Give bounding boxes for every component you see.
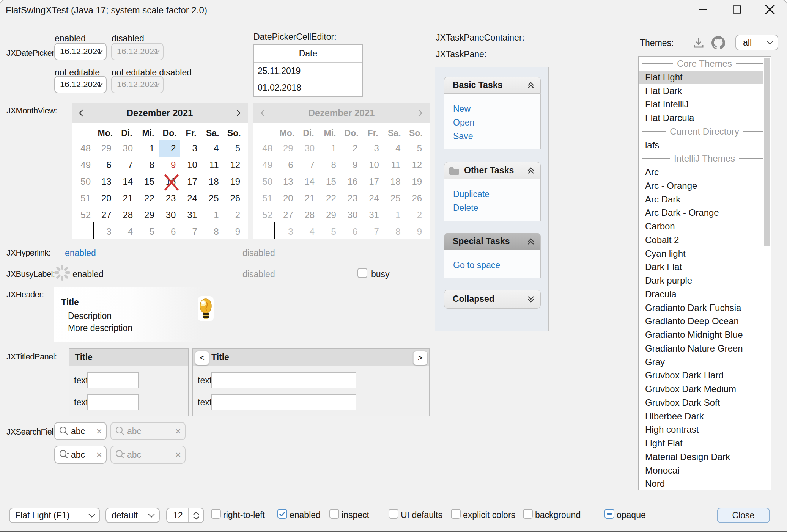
close-window-button[interactable] [757, 0, 782, 18]
collapse-chevron-icon[interactable] [527, 82, 535, 89]
checkbox-right-to-left[interactable] [211, 509, 221, 519]
day-cell[interactable]: 22 [137, 190, 159, 207]
checkbox-background[interactable] [523, 509, 533, 519]
day-cell[interactable]: 4 [202, 140, 224, 157]
day-cell[interactable]: 22 [319, 190, 341, 207]
theme-list-item[interactable]: Flat IntelliJ [639, 97, 771, 111]
day-cell[interactable]: 31 [362, 207, 384, 223]
close-dialog-button[interactable]: Close [717, 508, 770, 523]
day-cell[interactable]: 29 [276, 140, 298, 157]
theme-list-item[interactable]: Gruvbox Dark Soft [639, 396, 771, 410]
datepicker-enabled[interactable]: 16.12.2021 [54, 43, 107, 60]
taskpane-link[interactable]: New [453, 103, 540, 116]
day-cell[interactable]: 14 [298, 173, 320, 190]
searchfield-enabled[interactable]: abc × [54, 422, 107, 440]
day-cell[interactable]: 26 [405, 190, 427, 207]
day-cell[interactable]: 30 [341, 207, 362, 223]
collapse-chevron-icon[interactable] [527, 295, 535, 303]
github-icon[interactable] [711, 36, 725, 50]
day-cell[interactable]: 13 [94, 173, 116, 190]
checkbox-opaque[interactable] [604, 509, 614, 519]
day-cell[interactable]: 5 [405, 140, 427, 157]
day-cell[interactable]: 2 [224, 207, 245, 223]
day-cell[interactable]: 11 [202, 157, 224, 173]
theme-list-item[interactable]: Nord [639, 477, 771, 490]
titledpanel-left-button[interactable]: < [195, 351, 209, 365]
day-cell[interactable]: 25 [384, 190, 405, 207]
theme-list-item[interactable]: Carbon [639, 220, 771, 233]
day-cell[interactable]: 24 [180, 190, 202, 207]
day-cell[interactable]: 31 [180, 207, 202, 223]
taskpane-link[interactable]: Open [453, 116, 540, 130]
day-cell[interactable]: 4 [116, 223, 138, 240]
theme-list-item[interactable]: Gradianto Dark Fuchsia [639, 301, 771, 315]
day-cell[interactable]: 17 [180, 173, 202, 190]
hyperlink-enabled[interactable]: enabled [65, 248, 96, 258]
theme-list-item[interactable]: Dark purple [639, 274, 771, 287]
table-row[interactable]: 25.11.2019 [254, 63, 362, 79]
day-cell[interactable]: 9 [405, 223, 427, 240]
theme-list-item[interactable]: Gradianto Deep Ocean [639, 314, 771, 328]
day-cell[interactable]: 7 [116, 157, 138, 173]
day-cell[interactable]: 1 [137, 140, 159, 157]
searchfield-menu-enabled[interactable]: abc × [54, 446, 107, 464]
taskpane-link[interactable]: Save [453, 130, 540, 144]
day-cell[interactable]: 17 [362, 173, 384, 190]
taskpane-group-header[interactable]: Collapsed [444, 290, 541, 309]
theme-list-item[interactable]: lafs [639, 138, 771, 152]
checkbox-enabled[interactable] [277, 509, 287, 519]
day-cell[interactable]: 29 [94, 140, 116, 157]
day-cell[interactable]: 9 [341, 157, 362, 173]
theme-list-item[interactable]: High contrast [639, 423, 771, 436]
day-cell[interactable]: 1 [202, 207, 224, 223]
day-cell[interactable]: 30 [298, 140, 320, 157]
collapse-chevron-icon[interactable] [527, 167, 535, 174]
font-size-spinner[interactable]: 12 [166, 508, 204, 523]
day-cell[interactable]: 29 [137, 207, 159, 223]
day-cell[interactable]: 5 [137, 223, 159, 240]
table-row[interactable]: 01.02.2018 [254, 79, 362, 96]
taskpane-group-header[interactable]: Basic Tasks [444, 77, 541, 94]
day-cell[interactable]: 3 [276, 223, 298, 240]
day-cell[interactable]: 29 [319, 207, 341, 223]
day-cell[interactable]: 10 [180, 157, 202, 173]
checkbox-inspect[interactable] [329, 509, 339, 519]
clear-icon[interactable]: × [96, 449, 102, 461]
day-cell[interactable]: 5 [319, 223, 341, 240]
day-cell[interactable]: 21 [116, 190, 138, 207]
day-cell[interactable]: 3 [362, 140, 384, 157]
maximize-button[interactable] [724, 0, 749, 18]
taskpane-link[interactable]: Go to space [453, 259, 540, 273]
day-cell[interactable]: 25 [202, 190, 224, 207]
day-cell[interactable]: 2 [159, 140, 181, 157]
theme-list-item[interactable]: Arc - Orange [639, 179, 771, 193]
minimize-button[interactable] [691, 0, 716, 18]
theme-list-item[interactable]: Flat Dark [639, 84, 771, 98]
day-cell[interactable]: 7 [298, 157, 320, 173]
busy-checkbox[interactable] [357, 268, 367, 278]
day-cell[interactable]: 16 [341, 173, 362, 190]
datepicker-dropdown-button[interactable] [93, 44, 106, 60]
theme-list-item[interactable]: Gruvbox Dark Hard [639, 369, 771, 382]
day-cell[interactable]: 13 [276, 173, 298, 190]
clear-icon[interactable]: × [96, 425, 102, 437]
datepicker-not-editable[interactable]: 16.12.2021 [54, 76, 107, 93]
day-cell[interactable]: 6 [276, 157, 298, 173]
titledpanel-right-button[interactable]: > [413, 351, 427, 365]
laf-combobox[interactable]: Flat Light (F1) [9, 508, 100, 523]
day-cell[interactable]: 12 [405, 157, 427, 173]
day-cell[interactable]: 1 [319, 140, 341, 157]
day-cell[interactable]: 8 [319, 157, 341, 173]
day-cell[interactable]: 8 [202, 223, 224, 240]
day-cell[interactable]: 10 [362, 157, 384, 173]
themes-filter-combobox[interactable]: all [735, 35, 778, 50]
text-field[interactable] [87, 394, 139, 410]
day-cell[interactable]: 5 [224, 140, 245, 157]
day-cell[interactable]: 6 [94, 157, 116, 173]
theme-list-item[interactable]: Arc Dark - Orange [639, 206, 771, 220]
theme-list-item[interactable]: Gray [639, 355, 771, 369]
download-icon[interactable] [693, 37, 705, 49]
day-cell[interactable]: 27 [276, 207, 298, 223]
day-cell[interactable]: 8 [384, 223, 405, 240]
day-cell[interactable]: 27 [94, 207, 116, 223]
